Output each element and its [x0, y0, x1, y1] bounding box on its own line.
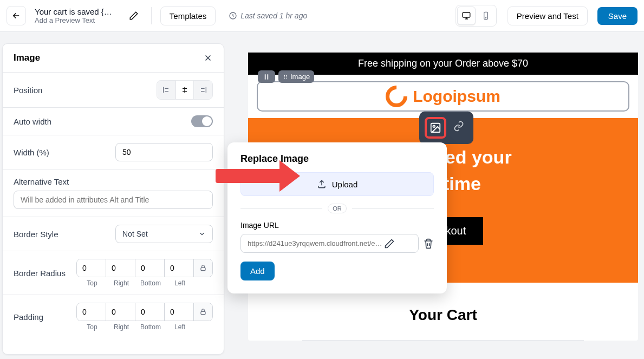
- alt-text-input[interactable]: [14, 191, 213, 209]
- padding-inputs: [76, 303, 213, 321]
- svg-point-9: [286, 76, 287, 77]
- divider: [302, 340, 584, 341]
- logo-text: Logoipsum: [413, 87, 500, 106]
- mobile-view-button[interactable]: [477, 6, 495, 25]
- last-saved: Last saved 1 hr ago: [229, 11, 307, 20]
- padding-label: Padding: [14, 312, 43, 322]
- close-icon: [203, 53, 213, 63]
- align-center-icon: [180, 86, 189, 94]
- align-center-button[interactable]: [175, 81, 194, 99]
- border-radius-left[interactable]: [165, 259, 194, 277]
- image-toolbar: [419, 112, 473, 144]
- logo-icon: [381, 81, 412, 112]
- auto-width-toggle[interactable]: [191, 115, 213, 127]
- width-input[interactable]: [115, 143, 213, 161]
- padding-left[interactable]: [165, 303, 194, 321]
- border-radius-bottom[interactable]: [135, 259, 165, 277]
- add-button[interactable]: Add: [240, 262, 275, 280]
- annotation-arrow: [216, 169, 281, 183]
- image-link-button[interactable]: [450, 117, 468, 135]
- align-right-button[interactable]: [194, 81, 212, 99]
- delete-url-button[interactable]: [423, 238, 434, 249]
- border-radius-right[interactable]: [106, 259, 135, 277]
- column-handle[interactable]: [258, 70, 275, 83]
- replace-image-popup: Replace Image Upload OR Image URL Add: [227, 142, 447, 293]
- width-label: Width (%): [14, 148, 49, 157]
- page-title: Your cart is saved {…: [35, 7, 112, 16]
- svg-point-3: [485, 17, 486, 18]
- back-button[interactable]: [6, 6, 26, 25]
- border-radius-inputs: [76, 259, 213, 277]
- svg-point-6: [284, 75, 285, 76]
- alt-text-label: Alternative Text: [14, 177, 213, 186]
- border-style-label: Border Style: [14, 230, 58, 239]
- svg-point-7: [286, 75, 287, 76]
- svg-rect-4: [201, 267, 205, 270]
- pencil-icon: [129, 11, 139, 21]
- border-style-select[interactable]: Not Set: [115, 225, 213, 243]
- padding-right[interactable]: [106, 303, 135, 321]
- image-url-label: Image URL: [240, 221, 434, 230]
- border-radius-label: Border Radius: [14, 269, 66, 278]
- align-left-icon: [162, 86, 171, 94]
- auto-width-label: Auto width: [14, 117, 51, 126]
- arrow-left-icon: [11, 11, 21, 21]
- mobile-icon: [482, 11, 490, 21]
- padding-top[interactable]: [77, 303, 106, 321]
- desktop-view-button[interactable]: [457, 6, 476, 25]
- image-settings-panel: Image Position Auto width Width (%) Alte…: [2, 43, 224, 355]
- templates-button[interactable]: Templates: [160, 6, 216, 25]
- align-right-icon: [199, 86, 207, 94]
- lock-icon: [199, 264, 207, 272]
- or-label: OR: [328, 204, 347, 213]
- svg-point-8: [284, 76, 285, 77]
- padding-bottom[interactable]: [135, 303, 165, 321]
- svg-rect-1: [463, 12, 470, 17]
- logo-image-block[interactable]: Logoipsum: [257, 81, 629, 112]
- lock-icon: [199, 308, 207, 316]
- desktop-icon: [461, 11, 471, 21]
- svg-point-11: [286, 77, 287, 79]
- preview-test-button[interactable]: Preview and Test: [508, 6, 588, 25]
- save-button[interactable]: Save: [597, 7, 638, 25]
- edit-title-button[interactable]: [125, 7, 142, 24]
- position-label: Position: [14, 86, 42, 95]
- edit-url-icon[interactable]: [384, 238, 395, 249]
- columns-icon: [262, 73, 271, 81]
- popup-title: Replace Image: [240, 153, 434, 165]
- device-toggle: [456, 5, 497, 27]
- position-segment: [157, 80, 213, 100]
- padding-lock[interactable]: [194, 303, 212, 321]
- page-subtitle[interactable]: Add a Preview Text: [35, 16, 112, 24]
- title-block: Your cart is saved {… Add a Preview Text: [35, 7, 112, 24]
- divider: [151, 7, 152, 24]
- border-radius-lock[interactable]: [194, 259, 212, 277]
- svg-point-13: [433, 125, 435, 127]
- image-icon: [430, 122, 441, 134]
- svg-rect-5: [201, 311, 205, 314]
- close-panel-button[interactable]: [203, 53, 213, 63]
- link-icon: [453, 121, 464, 132]
- clock-icon: [229, 11, 237, 20]
- drag-icon: [283, 74, 288, 80]
- chevron-down-icon: [198, 230, 206, 238]
- align-left-button[interactable]: [157, 81, 175, 99]
- upload-icon: [317, 179, 327, 189]
- svg-point-10: [284, 77, 285, 79]
- image-block-handle[interactable]: Image: [278, 70, 314, 83]
- border-radius-top[interactable]: [77, 259, 106, 277]
- replace-image-button[interactable]: [425, 117, 446, 139]
- panel-title: Image: [14, 53, 40, 63]
